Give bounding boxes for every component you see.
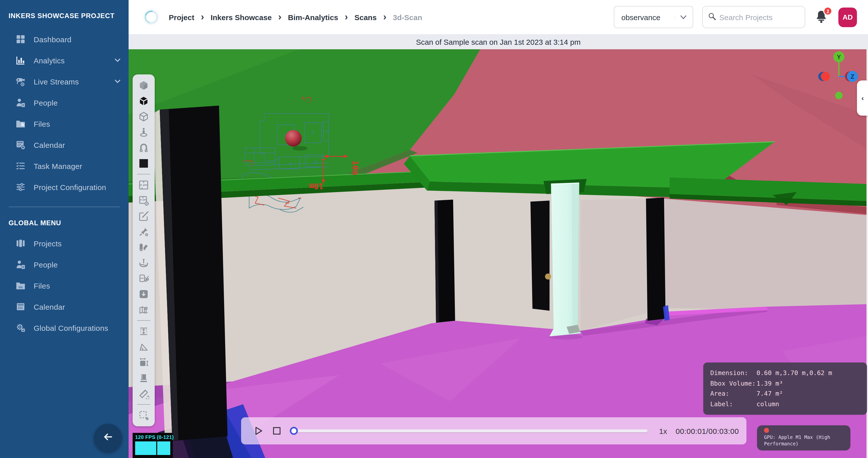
sidebar-item-calendar-global[interactable]: Calendar — [0, 296, 129, 317]
person-document-icon — [15, 259, 26, 270]
info-value: 0.60 m,3.70 m,0.62 m — [756, 368, 832, 378]
fps-text: 120 FPS (0-121) — [135, 434, 170, 440]
sidebar-item-files-global[interactable]: Files — [0, 275, 129, 296]
selection-info-panel: Dimension:0.60 m,3.70 m,0.62 m Bbox Volu… — [703, 363, 867, 415]
folder-file-icon — [15, 118, 26, 129]
sidebar-item-label: People — [34, 98, 58, 107]
info-value: 1.39 m³ — [756, 378, 783, 389]
sidebar-item-label: Files — [34, 119, 50, 128]
project-search — [702, 6, 805, 28]
record-dot-icon — [764, 428, 769, 433]
sidebar-item-label: Global Configurations — [34, 323, 108, 332]
playback-speed[interactable]: 1x — [659, 427, 667, 435]
floor-plan-icon[interactable] — [137, 179, 150, 191]
workspace-select-value: observance — [621, 13, 660, 21]
cube-shaded-icon[interactable] — [137, 95, 150, 107]
top-header: Project › Inkers Showcase › Bim-Analytic… — [129, 0, 868, 34]
fps-graph — [135, 441, 170, 455]
download-icon[interactable] — [137, 288, 150, 300]
pin-visibility-icon[interactable] — [137, 226, 150, 238]
breadcrumb-separator: › — [345, 12, 348, 22]
sidebar-item-projects[interactable]: Projects — [0, 233, 129, 254]
side-panel-toggle[interactable]: ‹ — [857, 81, 868, 116]
axis-gizmo[interactable]: Z Y — [817, 51, 863, 103]
notifications-button[interactable]: 1 — [814, 9, 829, 25]
toolbar-divider — [137, 404, 150, 405]
info-label: Dimension: — [710, 368, 756, 378]
sidebar-item-people-global[interactable]: People — [0, 254, 129, 275]
red-sphere-marker — [285, 130, 302, 147]
sidebar-item-dashboard[interactable]: Dashboard — [0, 29, 129, 50]
workspace-select[interactable]: observance — [614, 6, 693, 28]
floor-plan-settings-icon[interactable] — [137, 195, 150, 207]
scan-title-bar: Scan of Sample scan on Jan 1st 2023 at 3… — [129, 34, 868, 49]
sidebar-collapse-button[interactable] — [94, 424, 122, 452]
sidebar-item-live-streams[interactable]: Live Streams — [0, 71, 129, 92]
loading-spinner-icon — [142, 8, 160, 26]
global-menu-label: GLOBAL MENU — [0, 207, 129, 233]
chevron-down-icon — [115, 58, 121, 62]
sidebar-item-label: Task Manager — [34, 162, 82, 170]
column-tool-icon[interactable] — [137, 372, 150, 384]
sidebar-item-analytics[interactable]: Analytics — [0, 50, 129, 71]
sidebar-item-people[interactable]: People — [0, 92, 129, 113]
breadcrumb-project[interactable]: Project — [169, 13, 194, 21]
stop-button[interactable] — [272, 426, 281, 435]
breadcrumb-3d-scan: 3d-Scan — [393, 13, 422, 21]
excavation-icon[interactable] — [137, 257, 150, 269]
dimension-width-label: 10m — [351, 161, 360, 175]
first-person-icon[interactable] — [137, 126, 150, 138]
projects-icon — [15, 238, 26, 249]
column-black-right — [646, 198, 665, 321]
sidebar-item-calendar[interactable]: Calendar — [0, 134, 129, 155]
material-swatches-icon[interactable] — [137, 241, 150, 253]
sidebar-item-label: Calendar — [34, 303, 65, 311]
timeline-slider[interactable] — [290, 426, 648, 435]
info-label: Label: — [710, 399, 756, 409]
playback-time: 00:00:01/00:03:00 — [676, 427, 739, 435]
angle-measure-icon[interactable] — [137, 341, 150, 353]
viewer-toolbar — [133, 75, 155, 426]
area-select-icon[interactable] — [137, 409, 150, 421]
scan-title: Scan of Sample scan on Jan 1st 2023 at 3… — [416, 37, 581, 46]
calendar-icon — [15, 301, 26, 312]
timeline-knob[interactable] — [290, 427, 298, 435]
toolbar-divider — [137, 320, 150, 321]
sidebar-item-global-configurations[interactable]: Global Configurations — [0, 317, 129, 338]
timeline-track[interactable] — [297, 429, 648, 432]
sidebar-item-label: Projects — [34, 239, 62, 248]
gpu-overlay: GPU: Apple M1 Max (High Performance) — [757, 425, 850, 451]
breadcrumb-separator: › — [201, 12, 204, 22]
ruler-tool-icon[interactable] — [137, 388, 150, 400]
box-measure-icon[interactable] — [137, 356, 150, 369]
breadcrumb-inkers-showcase[interactable]: Inkers Showcase — [211, 13, 272, 21]
cube-wireframe-icon[interactable] — [137, 111, 150, 123]
search-input[interactable] — [719, 13, 800, 21]
search-icon — [708, 12, 716, 22]
color-swatch-icon[interactable] — [137, 158, 150, 169]
fps-meter: 120 FPS (0-121) — [133, 433, 173, 458]
sidebar-item-files[interactable]: Files — [0, 113, 129, 134]
gpu-text-line2: Performance) — [764, 441, 845, 447]
play-button[interactable] — [253, 425, 264, 436]
sidebar-item-label: Calendar — [34, 141, 65, 149]
notification-badge: 1 — [823, 6, 832, 16]
map-location-icon[interactable] — [137, 304, 150, 316]
person-document-icon — [15, 97, 26, 108]
cube-solid-icon[interactable] — [137, 80, 150, 91]
sidebar-item-project-configuration[interactable]: Project Configuration — [0, 176, 129, 198]
sidebar-item-label: Files — [34, 281, 50, 290]
avatar[interactable]: AD — [838, 7, 857, 27]
sidebar-item-label: Analytics — [34, 56, 65, 65]
info-label: Bbox Volume: — [710, 378, 756, 389]
height-measure-icon[interactable] — [137, 325, 150, 337]
breadcrumb-scans[interactable]: Scans — [354, 13, 376, 21]
sidebar-item-task-manager[interactable]: Task Manager — [0, 155, 129, 176]
viewer-3d: 10m 10m — [129, 49, 868, 458]
edit-note-icon[interactable] — [137, 210, 150, 222]
breadcrumb-bim-analytics[interactable]: Bim-Analytics — [288, 13, 338, 21]
sliders-icon — [15, 181, 26, 193]
magnet-icon[interactable] — [137, 142, 150, 154]
clip-section-icon[interactable] — [137, 273, 150, 285]
axis-y-label: Y — [837, 54, 841, 60]
